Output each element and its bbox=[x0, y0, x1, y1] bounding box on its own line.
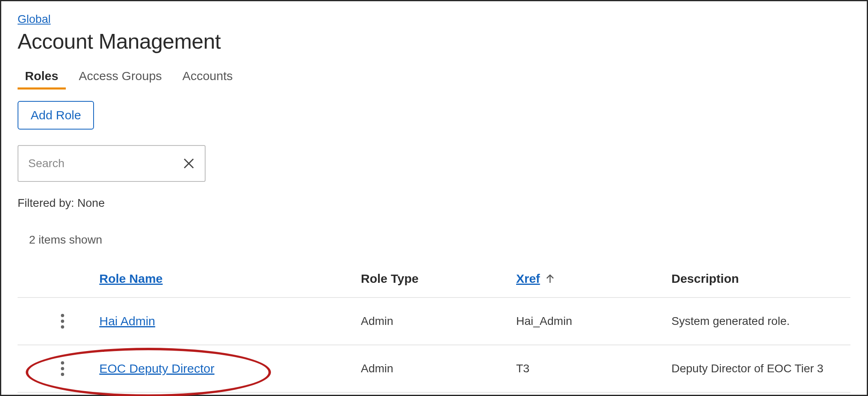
clear-search-icon[interactable] bbox=[183, 157, 195, 170]
roles-table: Role Name Role Type Xref Description Hai… bbox=[18, 272, 850, 393]
search-wrap bbox=[18, 145, 206, 182]
kebab-dot-icon bbox=[61, 373, 64, 376]
kebab-dot-icon bbox=[61, 314, 64, 317]
tab-roles[interactable]: Roles bbox=[25, 69, 58, 89]
breadcrumb-global[interactable]: Global bbox=[18, 13, 51, 26]
description-cell: System generated role. bbox=[671, 315, 850, 328]
description-cell: Deputy Director of EOC Tier 3 bbox=[671, 362, 850, 375]
kebab-dot-icon bbox=[61, 320, 64, 323]
row-menu-button[interactable] bbox=[54, 314, 71, 329]
role-name-link[interactable]: EOC Deputy Director bbox=[99, 362, 361, 376]
row-menu-button[interactable] bbox=[54, 361, 71, 376]
col-role-name[interactable]: Role Name bbox=[99, 272, 361, 286]
xref-cell: T3 bbox=[516, 362, 671, 375]
table-row: EOC Deputy Director Admin T3 Deputy Dire… bbox=[18, 345, 850, 393]
kebab-dot-icon bbox=[61, 367, 64, 370]
filter-status: Filtered by: None bbox=[18, 197, 850, 210]
col-role-type: Role Type bbox=[361, 272, 516, 286]
app-frame: Global Account Management Roles Access G… bbox=[0, 0, 868, 396]
col-xref[interactable]: Xref bbox=[516, 272, 671, 286]
xref-cell: Hai_Admin bbox=[516, 315, 671, 328]
kebab-dot-icon bbox=[61, 361, 64, 365]
col-xref-label: Xref bbox=[516, 272, 540, 286]
role-type-cell: Admin bbox=[361, 315, 516, 328]
search-input[interactable] bbox=[28, 157, 183, 170]
tabs-bar: Roles Access Groups Accounts bbox=[18, 69, 850, 89]
tab-access-groups[interactable]: Access Groups bbox=[79, 69, 162, 89]
role-type-cell: Admin bbox=[361, 362, 516, 375]
items-count: 2 items shown bbox=[18, 233, 850, 246]
role-name-link[interactable]: Hai Admin bbox=[99, 314, 361, 328]
sort-ascending-icon bbox=[546, 274, 555, 284]
col-description: Description bbox=[671, 272, 850, 286]
table-row: Hai Admin Admin Hai_Admin System generat… bbox=[18, 298, 850, 345]
kebab-dot-icon bbox=[61, 325, 64, 329]
tab-accounts[interactable]: Accounts bbox=[182, 69, 233, 89]
table-header: Role Name Role Type Xref Description bbox=[18, 272, 850, 298]
add-role-button[interactable]: Add Role bbox=[18, 101, 94, 130]
page-title: Account Management bbox=[18, 29, 850, 54]
